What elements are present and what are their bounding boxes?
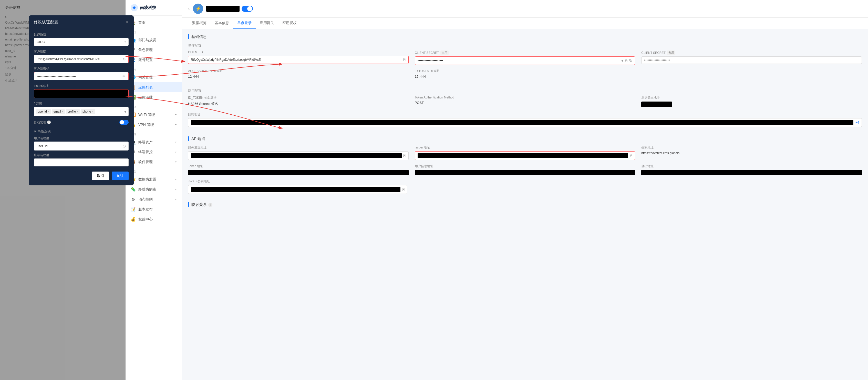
scope-tag-openid[interactable]: openid ×: [36, 109, 51, 114]
logo-text: 南凌科技: [140, 5, 156, 10]
app-icon: ⚡: [193, 4, 203, 14]
client-id-eye-icon: ⊙: [123, 57, 126, 61]
client-secret-refresh-icon[interactable]: ↻: [629, 58, 632, 63]
jwks-copy-icon[interactable]: ⎘: [402, 187, 405, 192]
app-status-toggle[interactable]: [242, 6, 253, 12]
access-token-block: ACCESS TOKEN 有效期 12 小时: [188, 69, 409, 79]
scope-remove-phone[interactable]: ×: [92, 110, 94, 113]
sidebar-item-wifi[interactable]: 📶 Wi-Fi 管理 ▾: [126, 110, 182, 120]
api-grid-row1: 服务发现地址 ⎘ Issuer 地址 ⎘ 授权地址: [188, 145, 862, 160]
nav-section-terminal: 终端: [126, 131, 182, 137]
sidebar-item-account[interactable]: 👤 账号配置: [126, 55, 182, 65]
sidebar-item-applist[interactable]: 📋 应用列表: [126, 82, 182, 92]
display-name-map-label: 显示名映射: [34, 153, 129, 157]
advanced-label: 高级选项: [37, 129, 51, 134]
sidebar-label-software: 软件管理: [138, 160, 153, 164]
sidebar-label-role: 角色管理: [138, 48, 153, 52]
scope-remove-profile[interactable]: ×: [77, 110, 79, 113]
sidebar-item-approval[interactable]: ✅ 应用审批: [126, 92, 182, 102]
client-id-block-label: CLIENT ID: [188, 51, 409, 54]
tab-app-gateway[interactable]: 应用网关: [256, 18, 278, 29]
logout-addr-masked: [641, 170, 862, 175]
modal-title: 修改认证配置: [34, 20, 58, 25]
callback-masked: [191, 120, 854, 125]
tab-basic-info[interactable]: 基本信息: [211, 18, 233, 29]
display-name-map-field[interactable]: [34, 158, 129, 167]
client-secret-input[interactable]: [37, 75, 122, 78]
wifi-expand-icon: ▾: [175, 113, 177, 116]
id-token-sign-value: HS256 Secrect 签名: [188, 101, 409, 106]
scope-tag-profile[interactable]: profile ×: [66, 109, 80, 114]
dynamic-control-icon: ⚙: [131, 197, 136, 202]
client-id-copy-icon[interactable]: ⎘: [403, 57, 406, 62]
sidebar-label-gateway: 网关管理: [138, 75, 153, 80]
scope-remove-email[interactable]: ×: [62, 110, 64, 113]
sidebar-item-role[interactable]: 🛡 角色管理: [126, 45, 182, 55]
app-header: ‹ ⚡: [182, 0, 868, 18]
modal-close-button[interactable]: ×: [126, 20, 129, 25]
cancel-button[interactable]: 取消: [92, 172, 109, 180]
access-token-period-label: 有效期: [214, 69, 222, 73]
scope-tag-email[interactable]: email ×: [52, 109, 65, 114]
tab-data-overview[interactable]: 数据概览: [188, 18, 211, 29]
sidebar-label-terminal-control: 终端管控: [138, 150, 153, 154]
mapping-help-icon[interactable]: ?: [208, 203, 212, 207]
sidebar-item-dlp[interactable]: 🔐 数据防泄露 ▾: [126, 174, 182, 184]
tab-app-auth[interactable]: 应用授权: [278, 18, 301, 29]
sidebar-item-terminal-assets[interactable]: 💻 终端资产 ▾: [126, 137, 182, 147]
sidebar-label-home: 首页: [138, 21, 146, 25]
scope-dropdown-icon[interactable]: ▾: [124, 109, 126, 114]
client-secret-eye-icon[interactable]: 👁: [122, 74, 126, 78]
confirm-button[interactable]: 确认: [112, 172, 129, 180]
callback-count[interactable]: +4: [856, 121, 859, 124]
auto-discover-toggle[interactable]: [119, 120, 129, 125]
client-secret-dropdown-icon[interactable]: ▾: [621, 58, 623, 63]
callback-block: 回调地址 +4: [188, 112, 862, 127]
sidebar-item-terminal-control[interactable]: 🖥 终端管控 ▾: [126, 147, 182, 157]
terminal-control-expand-icon: ▾: [175, 151, 177, 154]
divider-3: [188, 198, 862, 198]
scope-tag-phone[interactable]: phone ×: [81, 109, 95, 114]
client-id-input[interactable]: [37, 57, 123, 60]
tab-sso[interactable]: 单点登录: [233, 18, 256, 29]
user-info-block: 用户信息地址: [415, 164, 636, 175]
scope-field[interactable]: openid × email × profile × phone × ▾: [34, 107, 129, 116]
nav-section-apps: 应用: [126, 66, 182, 72]
protocol-arrow-icon: ▾: [125, 40, 126, 43]
token-auth-label: Token Authentication Method: [415, 96, 636, 99]
logout-addr-label: 登出地址: [641, 164, 862, 169]
protocol-label: 认证协议: [34, 33, 129, 37]
username-map-input[interactable]: [37, 144, 122, 148]
service-discovery-copy-icon[interactable]: ⎘: [403, 153, 406, 158]
username-map-field[interactable]: ⊙: [34, 142, 129, 150]
client-id-field[interactable]: ⊙: [34, 55, 129, 63]
access-token-label-row: ACCESS TOKEN 有效期: [188, 69, 409, 73]
basic-info-section-header: 基础信息: [188, 34, 862, 39]
issuer-addr-value-box: ⎘: [415, 151, 636, 160]
advanced-section[interactable]: ∨ 高级选项: [34, 129, 129, 134]
client-secret-backup-block: CLIENT SECRET 备用 ••••••••••••••••••••••: [641, 51, 862, 65]
client-secret-main-value-box: •••••••••••••••••••••• ▾ ⎘ ↻: [415, 56, 636, 65]
sidebar-item-dynamic-control[interactable]: ⚙ 动态控制 ▾: [126, 194, 182, 204]
protocol-select[interactable]: OIDC ▾: [34, 38, 129, 46]
back-button[interactable]: ‹: [188, 5, 190, 12]
sidebar-item-department[interactable]: 👥 部门与成员: [126, 35, 182, 45]
auto-discover-help-icon[interactable]: ?: [47, 120, 51, 124]
client-secret-field[interactable]: 👁: [34, 72, 129, 80]
issuer-field[interactable]: [34, 89, 129, 98]
id-token-label-row: ID TOKEN 有效期: [415, 69, 636, 73]
sidebar-item-home[interactable]: 🏠 首页: [126, 18, 182, 28]
sidebar-item-release[interactable]: 📝 版本发布: [126, 204, 182, 214]
display-name-map-input[interactable]: [37, 160, 126, 164]
id-token-sign-block: ID_TOKEN 签名算法 HS256 Secrect 签名: [188, 96, 409, 107]
issuer-addr-copy-icon[interactable]: ⎘: [630, 153, 632, 158]
sidebar-item-software[interactable]: 📦 软件管理 ▾: [126, 157, 182, 167]
sidebar-item-gateway[interactable]: 🌐 网关管理: [126, 72, 182, 82]
benefits-icon: 💰: [131, 217, 136, 222]
scope-remove-openid[interactable]: ×: [48, 110, 50, 113]
sidebar-item-antivirus[interactable]: 🦠 终端防病毒 ▾: [126, 184, 182, 194]
client-secret-copy-icon[interactable]: ⎘: [625, 58, 627, 63]
sidebar-item-vpn[interactable]: 🔒 VPN 管理 ▾: [126, 120, 182, 130]
sidebar-item-benefits[interactable]: 💰 权益中心: [126, 214, 182, 224]
client-secret-main-badge: 主用: [440, 51, 448, 55]
